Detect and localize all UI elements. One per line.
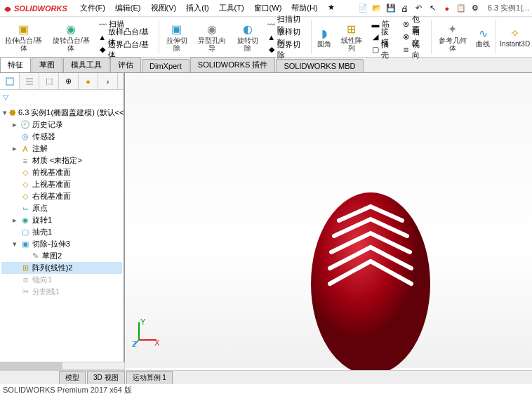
search-icon[interactable]: ★ <box>324 1 339 15</box>
curves-button[interactable]: ∿曲线 <box>472 17 494 57</box>
save-icon[interactable]: 💾 <box>385 3 397 14</box>
ref-geom-button[interactable]: ✦参考几何体 <box>433 17 472 57</box>
boss-group: 〰扫描 ▲放样凸台/基体 ◆边界凸台/基体 <box>95 17 157 57</box>
quick-access: 📄 📂 💾 🖨 ↶ ↖ ● 📋 ⚙ 6.3 实例1(... <box>357 3 529 14</box>
orientation-triad[interactable]: Y X Z <box>132 319 160 347</box>
tree-sketch2[interactable]: ✎草图2 <box>1 250 122 262</box>
instant3d-button[interactable]: ✧Instant3D <box>498 17 532 57</box>
config-tab[interactable]: ⬚ <box>39 73 59 89</box>
tab-dimxpert[interactable]: DimXpert <box>142 59 189 72</box>
svg-text:Y: Y <box>140 317 146 326</box>
tab-plugin[interactable]: SOLIDWORKS 插件 <box>190 57 276 72</box>
menu-edit[interactable]: 编辑(E) <box>111 1 145 15</box>
graphics-viewport[interactable]: Y X Z <box>125 73 532 368</box>
tab-motion[interactable]: 运动算例 1 <box>126 371 173 385</box>
select-icon[interactable]: ↖ <box>427 3 439 14</box>
tree-annot[interactable]: ▸A注解 <box>1 143 122 155</box>
part-icon: ⬣ <box>9 108 16 118</box>
pattern-button[interactable]: ⊞线性阵列 <box>335 17 368 57</box>
revolve-cut-button[interactable]: ◐旋转切除 <box>232 17 264 57</box>
menubar: 文件(F) 编辑(E) 视图(V) 插入(I) 工具(T) 窗口(W) 帮助(H… <box>76 1 339 15</box>
solidworks-icon <box>3 4 13 13</box>
menu-insert[interactable]: 插入(I) <box>182 1 213 15</box>
tree-right-plane[interactable]: ◇右视基准面 <box>1 190 122 202</box>
tree-filter[interactable]: ▽ <box>0 90 124 105</box>
tab-3dview[interactable]: 3D 视图 <box>87 371 125 385</box>
ribbon: ▣拉伸凸台/基体 ◉旋转凸台/基体 〰扫描 ▲放样凸台/基体 ◆边界凸台/基体 … <box>0 17 532 58</box>
menu-tools[interactable]: 工具(T) <box>215 1 248 15</box>
menu-file[interactable]: 文件(F) <box>76 1 109 15</box>
model-render <box>125 73 532 368</box>
tab-mold[interactable]: 模具工具 <box>63 57 109 72</box>
render-tab[interactable]: ● <box>79 73 98 89</box>
property-tab[interactable] <box>20 73 39 89</box>
tab-eval[interactable]: 评估 <box>110 57 141 72</box>
boundary-cut-button[interactable]: ◆边界切除 <box>267 44 307 55</box>
bottom-tabs: 模型 3D 视图 运动算例 1 <box>0 370 532 384</box>
hole-wizard-button[interactable]: ◉异型孔向导 <box>193 17 232 57</box>
menu-help[interactable]: 帮助(H) <box>287 1 321 15</box>
app-logo: SOLIDWORKS <box>3 4 67 13</box>
mirror-button[interactable]: ⧈镜向 <box>401 44 427 55</box>
split-icon: ✂ <box>20 287 30 297</box>
tab-model[interactable]: 模型 <box>59 371 86 385</box>
tree-sensor[interactable]: ◎传感器 <box>1 131 122 143</box>
settings-icon[interactable]: ⚙ <box>470 3 481 14</box>
status-text: SOLIDWORKS Premium 2017 x64 版 <box>3 386 132 394</box>
tree-shell1[interactable]: ▢抽壳1 <box>1 226 122 238</box>
dimxpert-tab[interactable]: ⊕ <box>59 73 79 89</box>
menu-view[interactable]: 视图(V) <box>147 1 181 15</box>
feat-group-1: ▬筋 ◢拔模 ▢抽壳 <box>368 17 399 57</box>
tree-history[interactable]: ▸🕘历史记录 <box>1 119 122 131</box>
tab-sketch[interactable]: 草图 <box>32 57 62 72</box>
options-icon[interactable]: 📋 <box>455 3 467 14</box>
material-icon: ≡ <box>20 156 30 166</box>
cut-group: 〰扫描切除 ▲放样切削 ◆边界切除 <box>264 17 310 57</box>
tree-top-plane[interactable]: ◇上视基准面 <box>1 178 122 190</box>
boundary-button[interactable]: ◆边界凸台/基体 <box>98 44 154 55</box>
app-name: SOLIDWORKS <box>14 4 67 13</box>
target-icon: ⊕ <box>65 77 72 86</box>
tree-scrollbar[interactable] <box>0 362 125 370</box>
pattern-icon: ⊞ <box>20 263 30 273</box>
list-icon <box>25 77 34 86</box>
tree-revolve1[interactable]: ▸◉旋转1 <box>1 214 122 226</box>
menu-window[interactable]: 窗口(W) <box>250 1 286 15</box>
tree-material[interactable]: ≡材质 <未指定> <box>1 155 122 166</box>
feat-group-2: ⊚包覆 ⊗相交 ⧈镜向 <box>399 17 430 57</box>
feature-tree: ▾⬣6.3 实例1(椭圆盖建模) (默认<<默认>_显 ▸🕘历史记录 ◎传感器 … <box>0 105 124 368</box>
rebuild-icon[interactable]: ● <box>441 3 453 14</box>
tree-split[interactable]: ✂分割线1 <box>1 286 122 298</box>
undo-icon[interactable]: ↶ <box>413 3 425 14</box>
plane-icon: ◇ <box>20 168 30 178</box>
plane-icon: ◇ <box>20 192 30 202</box>
tree-mirror[interactable]: ⧈镜向1 <box>1 274 122 286</box>
origin-icon: ⌙ <box>20 204 30 214</box>
feature-manager: ⬚ ⊕ ● › ▽ ▾⬣6.3 实例1(椭圆盖建模) (默认<<默认>_显 ▸🕘… <box>0 73 125 368</box>
revolve-icon: ◉ <box>20 216 30 225</box>
tree-origin[interactable]: ⌙原点 <box>1 202 122 214</box>
tab-feature[interactable]: 特征 <box>0 57 31 72</box>
extrude-cut-button[interactable]: ▣拉伸切除 <box>161 17 193 57</box>
expand-tab[interactable]: › <box>98 73 118 89</box>
revolve-boss-button[interactable]: ◉旋转凸台/基体 <box>48 17 95 57</box>
command-tabs: 特征 草图 模具工具 评估 DimXpert SOLIDWORKS 插件 SOL… <box>0 58 532 73</box>
tree-cutext3[interactable]: ▾▣切除-拉伸3 <box>1 238 122 250</box>
manager-tabs: ⬚ ⊕ ● › <box>0 73 124 90</box>
status-bar: SOLIDWORKS Premium 2017 x64 版 <box>0 384 532 394</box>
tree-root[interactable]: ▾⬣6.3 实例1(椭圆盖建模) (默认<<默认>_显 <box>1 107 122 119</box>
feature-tree-tab[interactable] <box>0 73 20 89</box>
tree-icon <box>5 77 15 86</box>
fillet-button[interactable]: ◗圆角 <box>313 17 335 57</box>
new-icon[interactable]: 📄 <box>357 3 368 14</box>
print-icon[interactable]: 🖨 <box>399 3 411 14</box>
open-icon[interactable]: 📂 <box>371 3 383 14</box>
tree-pattern[interactable]: ⊞阵列(线性)2 <box>1 262 122 274</box>
mirror-icon: ⧈ <box>20 275 30 285</box>
funnel-icon: ▽ <box>3 93 8 101</box>
svg-rect-0 <box>6 78 13 85</box>
tree-front-plane[interactable]: ◇前视基准面 <box>1 166 122 178</box>
extrude-boss-button[interactable]: ▣拉伸凸台/基体 <box>0 17 48 57</box>
tab-mbd[interactable]: SOLIDWORKS MBD <box>276 59 363 72</box>
shell-button[interactable]: ▢抽壳 <box>371 44 396 55</box>
